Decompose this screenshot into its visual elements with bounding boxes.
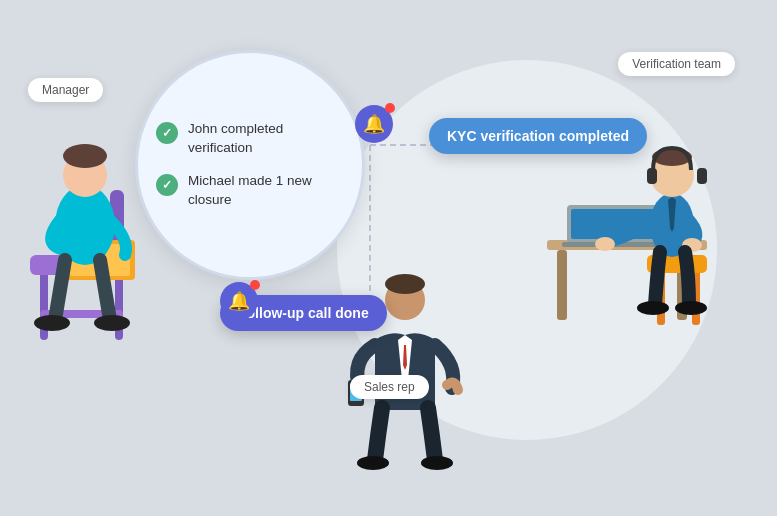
bell-icon-kyc: 🔔 — [355, 105, 393, 143]
svg-point-11 — [94, 315, 130, 331]
svg-point-20 — [421, 456, 453, 470]
svg-point-37 — [637, 301, 669, 315]
svg-rect-33 — [647, 168, 657, 184]
svg-rect-34 — [697, 168, 707, 184]
svg-point-10 — [34, 315, 70, 331]
bell-dot-kyc — [385, 103, 395, 113]
notification-michael-text: Michael made 1 new closure — [188, 172, 344, 210]
svg-point-35 — [595, 237, 615, 251]
check-icon-john — [156, 122, 178, 144]
kyc-bubble-text: KYC verification completed — [447, 128, 629, 144]
bell-icon-followup: 🔔 — [220, 282, 258, 320]
notification-john-text: John completed verification — [188, 120, 344, 158]
svg-rect-22 — [557, 250, 567, 320]
check-icon-michael — [156, 174, 178, 196]
sales-rep-label: Sales rep — [350, 375, 429, 399]
kyc-bubble: KYC verification completed — [429, 118, 647, 154]
verification-team-label: Verification team — [618, 52, 735, 76]
notification-michael: Michael made 1 new closure — [156, 172, 344, 210]
bell-dot-followup — [250, 280, 260, 290]
manager-label: Manager — [28, 78, 103, 102]
svg-point-9 — [63, 144, 107, 168]
followup-bubble-text: Follow-up call done — [238, 305, 369, 321]
svg-point-38 — [675, 301, 707, 315]
notification-john: John completed verification — [156, 120, 344, 158]
svg-point-19 — [357, 456, 389, 470]
magnifier-circle: John completed verification Michael made… — [135, 50, 365, 280]
svg-point-16 — [385, 274, 425, 294]
